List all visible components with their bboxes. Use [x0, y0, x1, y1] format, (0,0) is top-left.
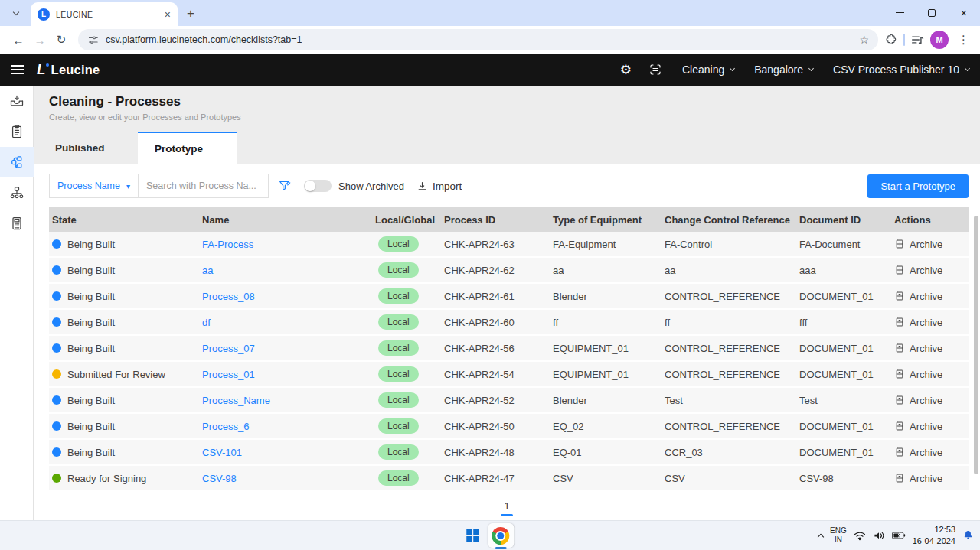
archive-button[interactable]: Archive	[891, 473, 969, 484]
toolbar-divider	[903, 34, 905, 46]
archive-button[interactable]: Archive	[891, 291, 969, 302]
minimize-button[interactable]	[884, 0, 916, 25]
notification-bell-icon[interactable]	[962, 529, 974, 542]
start-button[interactable]	[466, 529, 479, 542]
process-name-link[interactable]: Process_07	[199, 343, 372, 354]
volume-icon[interactable]	[873, 530, 885, 541]
windows-taskbar: ENGIN 12:5316-04-2024	[0, 520, 980, 550]
table-row: Being Built Process_08 Local CHK-APR24-6…	[49, 284, 969, 310]
sidebar-item-jobs[interactable]	[0, 116, 34, 147]
archive-button[interactable]: Archive	[891, 265, 969, 276]
hamburger-menu-icon[interactable]	[11, 65, 24, 74]
user-role-dropdown[interactable]: CSV Process Publisher 10	[833, 63, 969, 76]
change-control-cell: aa	[662, 265, 796, 276]
reload-button[interactable]: ↻	[51, 29, 72, 50]
archive-button[interactable]: Archive	[891, 421, 969, 432]
state-dot	[52, 317, 61, 327]
toggle-knob	[305, 181, 315, 191]
process-name-link[interactable]: FA-Process	[199, 239, 372, 250]
sidebar-item-inbox[interactable]	[0, 86, 34, 116]
table-row: Being Built Process_Name Local CHK-APR24…	[49, 388, 969, 414]
filter-funnel-icon[interactable]	[278, 179, 292, 193]
state-dot	[52, 265, 61, 275]
change-control-cell: Test	[662, 395, 796, 406]
archive-button[interactable]: Archive	[891, 447, 969, 458]
forward-button[interactable]: →	[29, 29, 51, 50]
process-id-cell: CHK-APR24-52	[441, 395, 550, 406]
close-button[interactable]: ×	[948, 0, 980, 25]
state-dot	[52, 395, 61, 405]
browser-tab[interactable]: L LEUCINE ×	[31, 2, 178, 26]
process-name-link[interactable]: CSV-98	[199, 473, 372, 484]
show-archived-label: Show Archived	[338, 181, 404, 192]
archive-icon	[894, 395, 905, 405]
state-dot	[52, 239, 61, 249]
tab-close-icon[interactable]: ×	[165, 9, 171, 20]
archive-button[interactable]: Archive	[891, 317, 969, 328]
scan-icon[interactable]	[648, 63, 662, 76]
tab-prototype[interactable]: Prototype	[138, 132, 237, 164]
process-name-link[interactable]: Process_Name	[199, 395, 372, 406]
taskbar-clock[interactable]: 12:5316-04-2024	[913, 524, 956, 547]
local-badge: Local	[378, 392, 419, 408]
show-archived-toggle[interactable]	[304, 180, 332, 192]
page-scrollbar[interactable]	[974, 216, 978, 474]
state-cell: Being Built	[49, 265, 199, 276]
chrome-taskbar-button[interactable]	[488, 523, 514, 548]
profile-avatar[interactable]: M	[930, 31, 949, 49]
search-field-dropdown[interactable]: Process Name ▾	[49, 174, 139, 198]
equipment-cell: CSV	[550, 473, 662, 484]
site-settings-icon[interactable]	[87, 34, 99, 46]
process-name-link[interactable]: Process_6	[199, 421, 372, 432]
sidebar-item-reports[interactable]	[0, 208, 34, 239]
scope-cell: Local	[372, 314, 441, 330]
facility-dropdown[interactable]: Bangalore	[754, 63, 813, 76]
battery-icon[interactable]	[892, 531, 906, 540]
wifi-icon[interactable]	[854, 531, 866, 541]
process-name-link[interactable]: Process_08	[199, 291, 372, 302]
column-header-equipment: Type of Equipment	[550, 214, 662, 226]
import-button[interactable]: Import	[416, 181, 462, 192]
archive-button[interactable]: Archive	[891, 343, 969, 354]
process-name-link[interactable]: df	[199, 317, 372, 328]
state-cell: Being Built	[49, 395, 199, 406]
page-number[interactable]: 1	[504, 500, 509, 512]
state-cell: Submitted For Review	[49, 369, 199, 380]
url-input[interactable]: csv.platform.leucinetech.com/checklists?…	[78, 29, 878, 50]
tray-chevron-up-icon[interactable]	[818, 533, 824, 539]
process-flow-icon	[9, 155, 24, 170]
maximize-icon	[928, 9, 936, 17]
chrome-icon	[492, 527, 509, 545]
search-input[interactable]	[139, 174, 269, 198]
process-id-cell: CHK-APR24-62	[441, 265, 550, 276]
archive-button[interactable]: Archive	[891, 395, 969, 406]
process-id-cell: CHK-APR24-47	[441, 473, 550, 484]
sidebar-item-ontology[interactable]	[0, 177, 34, 208]
language-indicator[interactable]: ENGIN	[830, 526, 847, 545]
usecase-dropdown[interactable]: Cleaning	[682, 63, 734, 76]
clipboard-icon	[9, 124, 24, 139]
archive-button[interactable]: Archive	[891, 239, 969, 250]
table-row: Being Built Process_6 Local CHK-APR24-50…	[49, 414, 969, 440]
local-badge: Local	[378, 366, 419, 382]
extensions-icon[interactable]	[884, 34, 897, 47]
start-prototype-button[interactable]: Start a Prototype	[867, 174, 969, 198]
tab-published[interactable]: Published	[38, 132, 138, 164]
process-id-cell: CHK-APR24-48	[441, 447, 550, 458]
settings-gear-icon[interactable]: ⚙	[620, 62, 632, 78]
scope-cell: Local	[372, 262, 441, 278]
sidebar-item-processes[interactable]	[0, 147, 34, 177]
process-id-cell: CHK-APR24-50	[441, 421, 550, 432]
process-name-link[interactable]: Process_01	[199, 369, 372, 380]
state-dot	[52, 291, 61, 301]
back-button[interactable]: ←	[8, 29, 29, 50]
archive-button[interactable]: Archive	[891, 369, 969, 380]
process-name-link[interactable]: aa	[199, 265, 372, 276]
new-tab-button[interactable]: +	[187, 6, 194, 21]
browser-menu-icon[interactable]: ⋮	[955, 33, 972, 47]
process-name-link[interactable]: CSV-101	[199, 447, 372, 458]
media-list-icon[interactable]	[911, 34, 924, 47]
maximize-button[interactable]	[916, 0, 948, 25]
bookmark-star-icon[interactable]: ☆	[859, 34, 869, 46]
tab-search-button[interactable]	[6, 3, 26, 23]
